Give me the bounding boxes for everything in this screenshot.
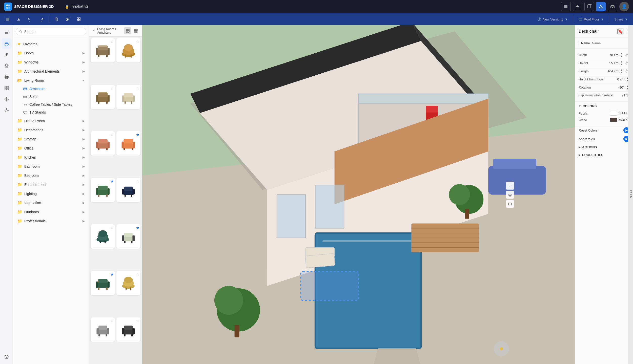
list-view-btn[interactable]	[132, 27, 139, 34]
floor-btn[interactable]: Roof Floor ▼	[576, 16, 606, 22]
item-card[interactable]: ★	[116, 131, 141, 156]
width-down-btn[interactable]: ▼	[619, 55, 623, 58]
professionals-item[interactable]: 📁 Professionals ▶	[14, 217, 88, 225]
favorite-btn[interactable]: ★	[136, 132, 139, 137]
favorite-btn[interactable]: ☆	[136, 318, 139, 323]
item-card[interactable]: ☆	[91, 317, 115, 342]
favorite-btn[interactable]: ★	[136, 225, 139, 230]
item-card[interactable]: ☆	[116, 271, 141, 295]
favorite-btn[interactable]: ☆	[110, 39, 114, 44]
item-card[interactable]: ☆	[91, 85, 115, 109]
item-card[interactable]: ☆	[91, 224, 115, 249]
bathroom-item[interactable]: 📁 Bathroom ▶	[14, 162, 88, 171]
kitchen-item[interactable]: 📁 Kitchen ▶	[14, 153, 88, 162]
undo-btn[interactable]	[25, 15, 34, 24]
version-btn[interactable]: New Version1 ▼	[535, 16, 570, 22]
item-card[interactable]: ☆	[116, 38, 141, 62]
favorite-btn[interactable]: ☆	[110, 225, 114, 230]
actions-toggle[interactable]: ▶ ACTIONS	[575, 143, 633, 151]
sidebar-settings-btn[interactable]	[2, 105, 12, 115]
redo-btn[interactable]	[36, 15, 46, 24]
item-card[interactable]: ☆	[91, 131, 115, 156]
favorite-btn[interactable]: ★	[110, 272, 114, 277]
perspective-btn[interactable]	[596, 2, 606, 11]
living-room-item[interactable]: 📂 Living Room ▼	[14, 76, 88, 85]
download-btn[interactable]	[14, 15, 23, 24]
item-card[interactable]: ★	[116, 224, 141, 249]
layers-canvas-btn[interactable]	[506, 191, 514, 199]
office-item[interactable]: 📁 Office ▶	[14, 144, 88, 153]
lighting-item[interactable]: 📁 Lighting ▶	[14, 189, 88, 198]
storage-item[interactable]: 📁 Storage ▶	[14, 135, 88, 143]
hide-canvas-btn[interactable]	[506, 200, 514, 208]
flip-h-btn[interactable]: ⇄	[622, 93, 625, 98]
item-card[interactable]: ☆	[91, 38, 115, 62]
zoom-in-canvas-btn[interactable]: +	[506, 182, 514, 190]
properties-toggle[interactable]: ▶ PROPERTIES	[575, 151, 633, 159]
height-stepper[interactable]: ▲ ▼	[619, 60, 623, 66]
item-card[interactable]: ☆	[116, 85, 141, 109]
favorite-btn[interactable]: ☆	[110, 132, 114, 137]
item-card[interactable]: ★	[91, 178, 115, 202]
doors-item[interactable]: 📁 Doors ▶	[14, 49, 88, 57]
list-view-btn[interactable]	[561, 2, 571, 11]
search-input[interactable]	[24, 30, 83, 34]
grid-view-btn[interactable]	[124, 27, 131, 34]
back-btn[interactable]	[92, 29, 96, 33]
3d-view-btn[interactable]	[584, 2, 594, 11]
sidebar-print-btn[interactable]	[2, 72, 12, 82]
bedroom-item[interactable]: 📁 Bedroom ▶	[14, 171, 88, 180]
item-card[interactable]: ☆	[116, 317, 141, 342]
share-btn[interactable]: Share ▼	[612, 16, 630, 22]
item-card[interactable]: ★	[91, 271, 115, 295]
windows-item[interactable]: 📁 Windows ▶	[14, 58, 88, 67]
favorite-btn[interactable]: ☆	[110, 86, 114, 91]
canvas-nav[interactable]	[494, 341, 509, 356]
width-stepper[interactable]: ▲ ▼	[619, 52, 623, 58]
sidebar-move-btn[interactable]	[2, 94, 12, 104]
favorites-item[interactable]: ★ Favorites	[14, 39, 88, 48]
tv-stands-item[interactable]: TV Stands	[14, 109, 88, 116]
sidebar-objects-btn[interactable]	[2, 83, 12, 93]
sidebar-info-btn[interactable]	[2, 352, 12, 362]
sidebar-layers-btn[interactable]	[2, 61, 12, 71]
search-wrapper[interactable]	[16, 28, 86, 35]
length-stepper[interactable]: ▲ ▼	[619, 69, 623, 74]
length-down-btn[interactable]: ▼	[619, 71, 623, 74]
sidebar-menu-btn[interactable]	[2, 27, 12, 37]
fabric-swatch[interactable]	[610, 111, 617, 116]
name-input[interactable]	[592, 41, 633, 45]
item-card[interactable]: ☆	[116, 178, 141, 202]
vegetation-item[interactable]: 📁 Vegetation ▶	[14, 198, 88, 207]
width-up-btn[interactable]: ▲	[619, 52, 623, 55]
floor-plan-btn[interactable]	[573, 2, 582, 11]
name-checkbox[interactable]	[579, 41, 579, 45]
favorite-btn[interactable]: ☆	[136, 179, 139, 184]
height-up-btn[interactable]: ▲	[619, 60, 623, 63]
camera-btn[interactable]	[608, 2, 617, 11]
canvas-area[interactable]: +	[142, 25, 575, 364]
wood-swatch[interactable]	[610, 118, 617, 122]
favorite-btn[interactable]: ☆	[136, 86, 139, 91]
sidebar-location-btn[interactable]	[2, 50, 12, 60]
sidebar-furniture-btn[interactable]	[2, 38, 12, 49]
favorite-btn[interactable]: ☆	[136, 272, 139, 277]
height-down-btn[interactable]: ▼	[619, 63, 623, 66]
decorations-item[interactable]: 📁 Decorations ▶	[14, 125, 88, 134]
sofas-item[interactable]: Sofas	[14, 93, 88, 100]
arch-elements-item[interactable]: 📁 Architectural Elements ▶	[14, 67, 88, 76]
bookmark-btn[interactable]: 🔖	[617, 29, 623, 34]
orbit-btn[interactable]	[63, 15, 72, 24]
menu-toolbar-btn[interactable]	[3, 15, 12, 24]
entertainment-item[interactable]: 📁 Entertainment ▶	[14, 180, 88, 189]
grid-btn[interactable]	[74, 15, 83, 24]
favorite-btn[interactable]: ☆	[110, 318, 114, 323]
project-title[interactable]: Innobat v2	[71, 4, 88, 9]
favorite-btn[interactable]: ★	[110, 179, 114, 184]
dining-room-item[interactable]: 📁 Dining Room ▶	[14, 116, 88, 125]
coffee-tables-item[interactable]: Coffee Tables / Side Tables	[14, 101, 88, 108]
user-avatar[interactable]: 👤	[619, 2, 629, 11]
outdoors-item[interactable]: 📁 Outdoors ▶	[14, 207, 88, 216]
armchairs-item[interactable]: Armchairs	[14, 85, 88, 93]
favorite-btn[interactable]: ☆	[136, 39, 139, 44]
